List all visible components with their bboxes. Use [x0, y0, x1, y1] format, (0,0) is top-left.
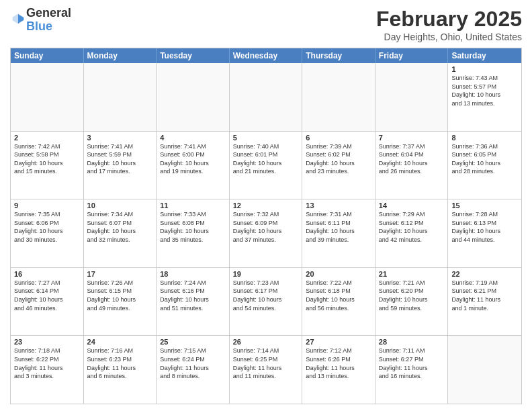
calendar-cell: 19Sunrise: 7:23 AM Sunset: 6:17 PM Dayli… [230, 268, 303, 336]
day-number: 25 [160, 338, 226, 346]
calendar-cell [11, 63, 84, 131]
calendar-cell: 26Sunrise: 7:14 AM Sunset: 6:25 PM Dayli… [230, 336, 303, 404]
day-number: 8 [451, 134, 518, 142]
calendar-cell [448, 336, 521, 404]
calendar-cell: 22Sunrise: 7:19 AM Sunset: 6:21 PM Dayli… [448, 268, 521, 336]
day-number: 1 [451, 65, 518, 73]
header-day-friday: Friday [375, 48, 449, 63]
cell-content: Sunrise: 7:18 AM Sunset: 6:22 PM Dayligh… [14, 347, 80, 380]
day-number: 6 [306, 134, 371, 142]
cell-content: Sunrise: 7:42 AM Sunset: 5:58 PM Dayligh… [14, 142, 80, 176]
calendar-cell: 3Sunrise: 7:41 AM Sunset: 5:59 PM Daylig… [84, 132, 157, 199]
cell-content: Sunrise: 7:11 AM Sunset: 6:27 PM Dayligh… [379, 347, 445, 380]
header-day-monday: Monday [84, 48, 157, 63]
calendar-cell: 16Sunrise: 7:27 AM Sunset: 6:14 PM Dayli… [11, 268, 84, 336]
cell-content: Sunrise: 7:15 AM Sunset: 6:24 PM Dayligh… [160, 347, 226, 380]
calendar-cell: 15Sunrise: 7:28 AM Sunset: 6:13 PM Dayli… [448, 199, 521, 267]
day-number: 28 [379, 338, 445, 346]
header-day-saturday: Saturday [448, 48, 521, 63]
calendar-cell: 2Sunrise: 7:42 AM Sunset: 5:58 PM Daylig… [11, 132, 84, 199]
cell-content: Sunrise: 7:29 AM Sunset: 6:12 PM Dayligh… [379, 210, 445, 244]
cell-content: Sunrise: 7:16 AM Sunset: 6:23 PM Dayligh… [87, 347, 153, 380]
day-number: 2 [14, 134, 80, 142]
calendar-cell: 23Sunrise: 7:18 AM Sunset: 6:22 PM Dayli… [11, 336, 84, 404]
calendar-cell: 11Sunrise: 7:33 AM Sunset: 6:08 PM Dayli… [157, 199, 230, 267]
day-number: 10 [87, 201, 153, 210]
day-number: 9 [14, 201, 80, 210]
calendar-cell: 27Sunrise: 7:12 AM Sunset: 6:26 PM Dayli… [302, 336, 375, 404]
cell-content: Sunrise: 7:12 AM Sunset: 6:26 PM Dayligh… [306, 347, 371, 380]
header-day-sunday: Sunday [11, 48, 84, 63]
day-number: 18 [160, 270, 226, 278]
svg-marker-1 [18, 13, 24, 24]
cell-content: Sunrise: 7:14 AM Sunset: 6:25 PM Dayligh… [233, 347, 299, 380]
cell-content: Sunrise: 7:33 AM Sunset: 6:08 PM Dayligh… [160, 210, 226, 244]
calendar-row-3: 9Sunrise: 7:35 AM Sunset: 6:06 PM Daylig… [11, 199, 521, 267]
header-day-wednesday: Wednesday [230, 48, 303, 63]
calendar-cell: 18Sunrise: 7:24 AM Sunset: 6:16 PM Dayli… [157, 268, 230, 336]
day-number: 27 [306, 338, 371, 346]
day-number: 3 [87, 134, 153, 142]
page: General Blue February 2025 Day Heights, … [0, 0, 532, 411]
calendar-cell: 13Sunrise: 7:31 AM Sunset: 6:11 PM Dayli… [302, 199, 375, 267]
calendar-cell: 28Sunrise: 7:11 AM Sunset: 6:27 PM Dayli… [375, 336, 449, 404]
calendar-cell: 21Sunrise: 7:21 AM Sunset: 6:20 PM Dayli… [375, 268, 449, 336]
cell-content: Sunrise: 7:31 AM Sunset: 6:11 PM Dayligh… [306, 210, 371, 244]
cell-content: Sunrise: 7:22 AM Sunset: 6:18 PM Dayligh… [306, 279, 371, 312]
day-number: 12 [233, 201, 299, 210]
logo-text: General Blue [26, 7, 71, 34]
logo-icon [11, 12, 25, 26]
day-number: 11 [160, 201, 226, 210]
calendar-cell: 9Sunrise: 7:35 AM Sunset: 6:06 PM Daylig… [11, 199, 84, 267]
cell-content: Sunrise: 7:19 AM Sunset: 6:21 PM Dayligh… [451, 279, 518, 312]
day-number: 26 [233, 338, 299, 346]
day-number: 23 [14, 338, 80, 346]
cell-content: Sunrise: 7:40 AM Sunset: 6:01 PM Dayligh… [233, 142, 299, 176]
cell-content: Sunrise: 7:43 AM Sunset: 5:57 PM Dayligh… [451, 74, 518, 107]
day-number: 24 [87, 338, 153, 346]
calendar-cell: 17Sunrise: 7:26 AM Sunset: 6:15 PM Dayli… [84, 268, 157, 336]
cell-content: Sunrise: 7:37 AM Sunset: 6:04 PM Dayligh… [379, 142, 445, 176]
calendar-cell [84, 63, 157, 131]
calendar-cell: 24Sunrise: 7:16 AM Sunset: 6:23 PM Dayli… [84, 336, 157, 404]
day-number: 20 [306, 270, 371, 278]
day-number: 17 [87, 270, 153, 278]
cell-content: Sunrise: 7:23 AM Sunset: 6:17 PM Dayligh… [233, 279, 299, 312]
day-number: 14 [379, 201, 445, 210]
cell-content: Sunrise: 7:26 AM Sunset: 6:15 PM Dayligh… [87, 279, 153, 312]
calendar-cell [375, 63, 449, 131]
calendar-cell: 14Sunrise: 7:29 AM Sunset: 6:12 PM Dayli… [375, 199, 449, 267]
cell-content: Sunrise: 7:36 AM Sunset: 6:05 PM Dayligh… [451, 142, 518, 176]
logo: General Blue [10, 7, 71, 34]
calendar: SundayMondayTuesdayWednesdayThursdayFrid… [10, 48, 522, 404]
cell-content: Sunrise: 7:35 AM Sunset: 6:06 PM Dayligh… [14, 210, 80, 244]
calendar-cell: 8Sunrise: 7:36 AM Sunset: 6:05 PM Daylig… [448, 132, 521, 199]
calendar-row-1: 1Sunrise: 7:43 AM Sunset: 5:57 PM Daylig… [11, 63, 521, 131]
day-number: 4 [160, 134, 226, 142]
calendar-cell: 4Sunrise: 7:41 AM Sunset: 6:00 PM Daylig… [157, 132, 230, 199]
main-title: February 2025 [376, 7, 522, 32]
calendar-cell: 20Sunrise: 7:22 AM Sunset: 6:18 PM Dayli… [302, 268, 375, 336]
calendar-cell: 5Sunrise: 7:40 AM Sunset: 6:01 PM Daylig… [230, 132, 303, 199]
calendar-row-2: 2Sunrise: 7:42 AM Sunset: 5:58 PM Daylig… [11, 131, 521, 199]
calendar-cell: 10Sunrise: 7:34 AM Sunset: 6:07 PM Dayli… [84, 199, 157, 267]
calendar-body: 1Sunrise: 7:43 AM Sunset: 5:57 PM Daylig… [11, 63, 521, 404]
day-number: 15 [451, 201, 518, 210]
day-number: 13 [306, 201, 371, 210]
day-number: 19 [233, 270, 299, 278]
cell-content: Sunrise: 7:21 AM Sunset: 6:20 PM Dayligh… [379, 279, 445, 312]
cell-content: Sunrise: 7:39 AM Sunset: 6:02 PM Dayligh… [306, 142, 371, 176]
cell-content: Sunrise: 7:41 AM Sunset: 5:59 PM Dayligh… [87, 142, 153, 176]
cell-content: Sunrise: 7:24 AM Sunset: 6:16 PM Dayligh… [160, 279, 226, 312]
cell-content: Sunrise: 7:28 AM Sunset: 6:13 PM Dayligh… [451, 210, 518, 244]
subtitle: Day Heights, Ohio, United States [376, 32, 522, 42]
calendar-cell: 7Sunrise: 7:37 AM Sunset: 6:04 PM Daylig… [375, 132, 449, 199]
calendar-cell [230, 63, 303, 131]
header-day-thursday: Thursday [302, 48, 375, 63]
calendar-cell: 6Sunrise: 7:39 AM Sunset: 6:02 PM Daylig… [302, 132, 375, 199]
calendar-cell: 1Sunrise: 7:43 AM Sunset: 5:57 PM Daylig… [448, 63, 521, 131]
title-area: February 2025 Day Heights, Ohio, United … [376, 7, 522, 42]
calendar-cell: 25Sunrise: 7:15 AM Sunset: 6:24 PM Dayli… [157, 336, 230, 404]
day-number: 22 [451, 270, 518, 278]
cell-content: Sunrise: 7:27 AM Sunset: 6:14 PM Dayligh… [14, 279, 80, 312]
